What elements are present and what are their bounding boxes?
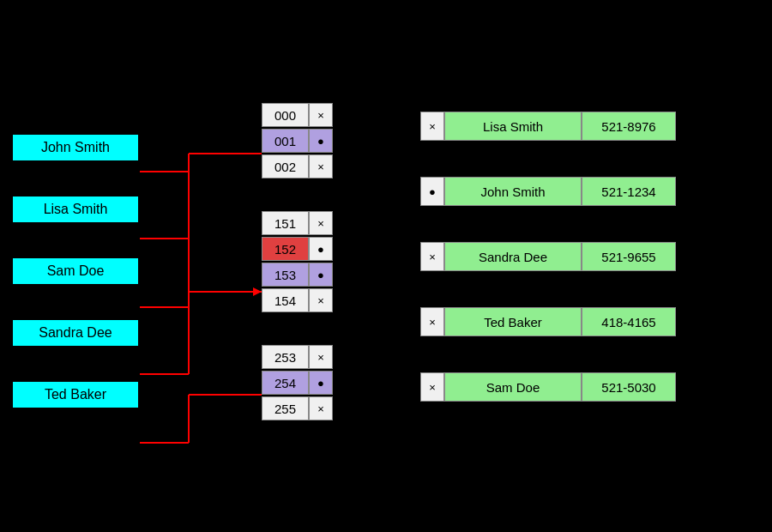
bucket-254-icon: ● — [309, 371, 333, 395]
bucket-153-icon: ● — [309, 263, 333, 287]
main-container: John Smith Lisa Smith Sam Doe Sandra Dee… — [0, 0, 772, 532]
result-sandra-icon: × — [420, 242, 444, 271]
bucket-row-153: 153 ● — [262, 263, 333, 287]
result-ted-icon: × — [420, 307, 444, 336]
result-lisa-name: Lisa Smith — [444, 112, 582, 141]
bucket-151: 151 — [262, 211, 309, 235]
bucket-row-154: 154 × — [262, 288, 333, 312]
bucket-254: 254 — [262, 371, 309, 395]
name-ted-baker[interactable]: Ted Baker — [11, 380, 140, 409]
result-row-ted: × Ted Baker 418-4165 — [420, 307, 676, 336]
bucket-152-icon: ● — [309, 237, 333, 261]
bucket-255-icon: × — [309, 396, 333, 420]
bucket-253: 253 — [262, 345, 309, 369]
result-ted-name: Ted Baker — [444, 307, 582, 336]
result-sandra-phone: 521-9655 — [582, 242, 676, 271]
name-sandra-dee[interactable]: Sandra Dee — [11, 318, 140, 348]
bucket-row-000: 000 × — [262, 103, 333, 127]
bucket-153: 153 — [262, 263, 309, 287]
bucket-001: 001 — [262, 129, 309, 153]
result-lisa-phone: 521-8976 — [582, 112, 676, 141]
names-column: John Smith Lisa Smith Sam Doe Sandra Dee… — [11, 133, 140, 409]
bucket-row-151: 151 × — [262, 211, 333, 235]
result-row-sam: × Sam Doe 521-5030 — [420, 372, 676, 402]
bucket-group-2: 151 × 152 ● 153 ● 154 × — [262, 211, 333, 312]
bucket-002: 002 — [262, 154, 309, 178]
name-john-smith[interactable]: John Smith — [11, 133, 140, 162]
result-sam-name: Sam Doe — [444, 372, 582, 402]
bucket-151-icon: × — [309, 211, 333, 235]
bucket-253-icon: × — [309, 345, 333, 369]
result-sandra-name: Sandra Dee — [444, 242, 582, 271]
bucket-255: 255 — [262, 396, 309, 420]
bucket-row-002: 002 × — [262, 154, 333, 178]
bucket-row-255: 255 × — [262, 396, 333, 420]
buckets-area: 000 × 001 ● 002 × 151 × 152 ● — [262, 103, 333, 422]
name-lisa-smith[interactable]: Lisa Smith — [11, 195, 140, 224]
bucket-001-icon: ● — [309, 129, 333, 153]
bucket-group-3: 253 × 254 ● 255 × — [262, 345, 333, 420]
bucket-002-icon: × — [309, 154, 333, 178]
result-sam-icon: × — [420, 372, 444, 402]
result-row-sandra: × Sandra Dee 521-9655 — [420, 242, 676, 271]
bucket-row-253: 253 × — [262, 345, 333, 369]
bucket-152: 152 — [262, 237, 309, 261]
result-lisa-icon: × — [420, 112, 444, 141]
bucket-row-001: 001 ● — [262, 129, 333, 153]
result-john-phone: 521-1234 — [582, 177, 676, 206]
bucket-row-152: 152 ● — [262, 237, 333, 261]
name-sam-doe[interactable]: Sam Doe — [11, 257, 140, 286]
result-sam-phone: 521-5030 — [582, 372, 676, 402]
result-ted-phone: 418-4165 — [582, 307, 676, 336]
result-row-john: ● John Smith 521-1234 — [420, 177, 676, 206]
svg-marker-6 — [253, 287, 262, 296]
results-area: × Lisa Smith 521-8976 ● John Smith 521-1… — [420, 112, 676, 402]
bucket-154: 154 — [262, 288, 309, 312]
bucket-group-1: 000 × 001 ● 002 × — [262, 103, 333, 178]
bucket-000: 000 — [262, 103, 309, 127]
result-row-lisa: × Lisa Smith 521-8976 — [420, 112, 676, 141]
result-john-icon: ● — [420, 177, 444, 206]
bucket-154-icon: × — [309, 288, 333, 312]
result-john-name: John Smith — [444, 177, 582, 206]
bucket-row-254: 254 ● — [262, 371, 333, 395]
bucket-000-icon: × — [309, 103, 333, 127]
